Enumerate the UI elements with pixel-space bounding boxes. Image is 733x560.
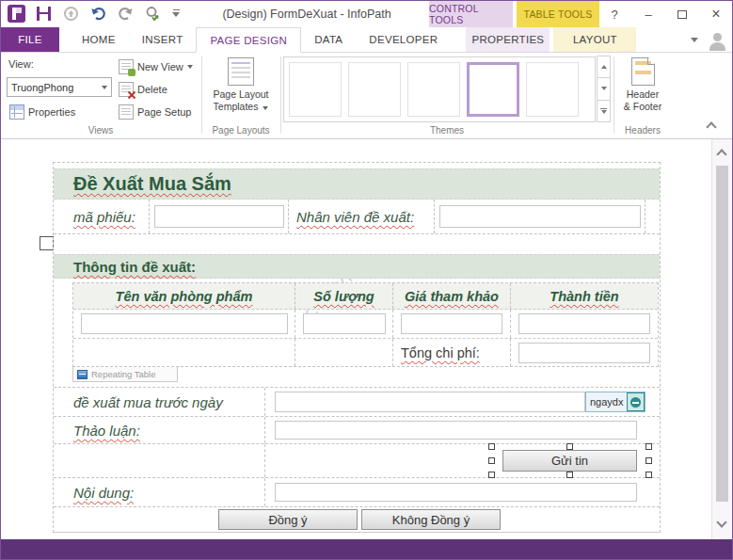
collapse-ribbon-icon[interactable] [706,121,716,132]
ribbon-display-options-icon[interactable] [691,38,698,42]
page-layouts-group: Page Layout Templates Page Layouts [202,53,279,138]
tab-file[interactable]: FILE [1,27,59,52]
theme-swatch[interactable] [526,62,579,117]
thao-luan-input[interactable] [275,421,637,440]
content-row: Nội dung: [54,478,660,507]
properties-icon [9,104,24,120]
delete-view-label: Delete [137,84,167,95]
close-button[interactable]: × [706,5,726,24]
delete-view-button[interactable]: Delete [116,79,170,100]
tab-properties[interactable]: PROPERTIES [466,27,550,52]
tab-insert[interactable]: INSERT [129,27,197,52]
tab-layout[interactable]: LAYOUT [553,27,636,52]
ma-phieu-input[interactable] [154,205,284,228]
noi-dung-label[interactable]: Nội dung: [73,485,134,501]
infopath-app-icon[interactable] [7,4,25,23]
col-header-gia[interactable]: Giá tham khảo [405,289,499,304]
scroll-up-icon[interactable] [716,149,726,159]
tong-chi-phi-input[interactable] [518,343,650,363]
page-layouts-group-label: Page Layouts [202,125,279,136]
discuss-row: Thảo luận: [54,417,660,444]
theme-swatch[interactable] [289,62,342,117]
date-picker-icon[interactable] [627,392,645,411]
quick-publish-icon[interactable] [61,4,80,23]
col-header-thanhtien[interactable]: Thành tiền [550,289,618,304]
status-bar [1,539,732,559]
view-dropdown[interactable]: TruongPhong [7,77,112,97]
delete-icon [119,82,134,97]
selection-handle[interactable] [488,457,495,464]
thao-luan-label[interactable]: Thảo luận: [73,423,140,439]
new-view-button[interactable]: New View [116,56,196,77]
page-setup-button[interactable]: Page Setup [116,102,195,122]
ma-phieu-label[interactable]: mã phiếu: [73,209,135,225]
header-footer-button[interactable]: Header & Footer [616,57,669,113]
decision-buttons-row: Đồng ý Không Đồng ý [54,507,660,533]
selection-handle[interactable] [566,443,573,450]
col-header-soluong[interactable]: Số lượng [313,289,374,304]
repeating-table-tab[interactable]: Repeating Table [72,367,178,382]
section-title[interactable]: Thông tin đề xuất: [73,259,196,275]
views-group-label: Views [1,125,200,136]
chevron-down-icon [187,65,193,69]
tab-home[interactable]: HOME [69,27,129,52]
table-footer-row: Tổng chi phí: [73,338,658,366]
selection-handle[interactable] [566,472,573,478]
selection-handle[interactable] [645,443,652,450]
date-label[interactable]: đề xuất mua trước ngày [73,394,223,410]
tong-chi-phi-label[interactable]: Tổng chi phí: [401,345,480,360]
so-luong-input[interactable] [303,313,386,334]
theme-swatch-selected[interactable] [467,62,519,117]
noi-dung-input[interactable] [275,483,637,502]
col-header-ten[interactable]: Tên văn phòng phẩm [116,289,253,304]
table-tools-label: TABLE TOOLS [524,8,593,20]
tab-page-design[interactable]: PAGE DESIGN [196,27,301,53]
page-layout-templates-label-1: Page Layout [214,88,269,100]
selection-handle[interactable] [645,457,652,464]
table-tools-contextual-header: TABLE TOOLS [517,1,599,27]
tab-developer[interactable]: DEVELOPER [356,27,451,52]
themes-gallery-scroll [597,56,611,122]
header-footer-label-2: & Footer [624,101,661,112]
view-properties-button[interactable]: Properties [7,102,78,122]
help-button[interactable]: ? [604,5,625,24]
new-view-label: New View [137,61,183,72]
selection-handle[interactable] [645,472,652,478]
form-title[interactable]: Đề Xuất Mua Sắm [73,173,231,195]
gia-tham-khao-input[interactable] [401,313,502,334]
vertical-scrollbar[interactable] [711,139,731,539]
tab-data[interactable]: DATA [301,27,356,52]
maximize-button[interactable] [672,5,693,24]
scroll-down-icon[interactable] [716,517,726,527]
nhan-vien-input[interactable] [439,205,641,228]
thanh-tien-input[interactable] [518,313,650,334]
gallery-more-button[interactable] [597,100,611,122]
gallery-scroll-up-button[interactable] [597,56,611,78]
selection-handle[interactable] [488,443,495,450]
scrollbar-thumb[interactable] [716,166,728,502]
gallery-scroll-down-button[interactable] [597,77,611,100]
date-picker-control[interactable]: ngaydx [585,392,645,412]
ten-vpp-input[interactable] [81,313,288,334]
undo-icon[interactable] [88,4,107,23]
gui-tin-button[interactable]: Gửi tin [502,450,637,472]
selection-handle[interactable] [488,472,495,478]
dong-y-button[interactable]: Đồng ý [218,509,358,530]
khong-dong-y-button[interactable]: Không Đồng ý [361,509,501,530]
redo-icon[interactable] [116,4,135,23]
date-input[interactable] [275,392,585,412]
repeating-table[interactable]: Tên văn phòng phẩm Số lượng Giá tham khả… [72,282,659,367]
theme-swatch[interactable] [348,62,401,117]
user-avatar[interactable] [706,29,728,51]
save-icon[interactable] [34,4,53,23]
preview-icon[interactable] [143,4,162,23]
nhan-vien-label[interactable]: Nhân viên đề xuất: [296,209,414,225]
selection-anchor-handle[interactable] [40,236,54,250]
theme-swatch[interactable] [407,62,460,117]
minimize-button[interactable]: – [638,5,659,24]
page-layout-templates-button[interactable]: Page Layout Templates [207,57,275,113]
customize-qat-icon[interactable] [170,4,182,23]
page-layout-templates-icon [228,57,254,86]
quick-access-toolbar [7,4,182,23]
headers-group: Header & Footer Headers [614,53,671,138]
